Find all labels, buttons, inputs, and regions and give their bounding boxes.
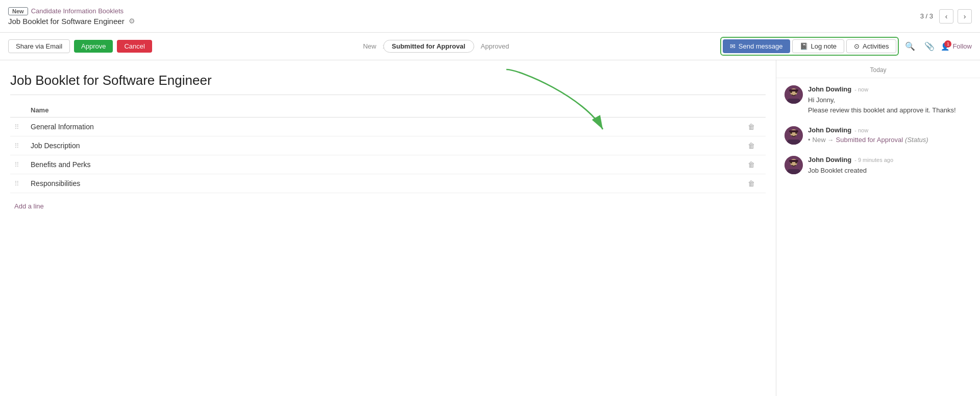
avatar	[785, 126, 803, 145]
row-name: Responsibilities	[31, 179, 741, 188]
title-bar-right: 3 / 3 ‹ ›	[920, 9, 972, 24]
log-note-button[interactable]: 📓 Log note	[792, 39, 845, 53]
svg-rect-5	[789, 89, 798, 91]
row-name: Job Description	[31, 142, 741, 150]
drag-handle[interactable]: ⠿	[14, 180, 31, 188]
activities-label: Activities	[863, 42, 889, 50]
chatter-buttons-highlight: ✉ Send message 📓 Log note ⊙ Activities	[720, 37, 899, 56]
record-title: Job Booklet for Software Engineer	[8, 17, 125, 26]
message-item: John Dowling - 9 minutes ago Job Booklet…	[776, 149, 980, 180]
drag-handle[interactable]: ⠿	[14, 123, 31, 131]
action-bar: Share via Email Approve Cancel New › Sub…	[0, 33, 980, 60]
delete-icon[interactable]: 🗑	[741, 160, 762, 169]
status-arrow-icon: →	[828, 136, 834, 144]
status-new: New	[355, 40, 384, 52]
avatar	[785, 156, 803, 174]
message-content: John Dowling - now • New → Submitted for…	[808, 126, 972, 145]
breadcrumb-row: New Candidate Information Booklets	[8, 7, 135, 15]
status-approved: Approved	[473, 40, 518, 52]
table-row: ⠿ Job Description 🗑	[10, 136, 766, 155]
status-submitted: Submitted for Approval	[383, 40, 474, 53]
avatar	[785, 85, 803, 104]
table-row: ⠿ General Information 🗑	[10, 118, 766, 136]
title-bar: New Candidate Information Booklets Job B…	[0, 0, 980, 33]
document-title: Job Booklet for Software Engineer	[10, 73, 766, 95]
envelope-icon: ✉	[730, 42, 736, 50]
header-name-col: Name	[31, 106, 741, 114]
delete-icon[interactable]: 🗑	[741, 179, 762, 188]
message-header: John Dowling - now	[808, 126, 972, 134]
chatter-panel: Today John Dowling	[776, 60, 980, 396]
message-content: John Dowling - now Hi Jonny,Please revie…	[808, 85, 972, 115]
breadcrumb-link[interactable]: Candidate Information Booklets	[31, 7, 124, 15]
message-time: - now	[854, 127, 868, 133]
app-container: New Candidate Information Booklets Job B…	[0, 0, 980, 396]
status-change: • New → Submitted for Approval (Status)	[808, 136, 972, 144]
share-via-email-button[interactable]: Share via Email	[8, 39, 70, 53]
message-time: - 9 minutes ago	[854, 157, 893, 163]
user-badge[interactable]: 👤 1	[941, 42, 949, 51]
message-item: John Dowling - now Hi Jonny,Please revie…	[776, 78, 980, 119]
table-row: ⠿ Benefits and Perks 🗑	[10, 155, 766, 174]
log-note-label: Log note	[811, 42, 837, 50]
record-title-row: Job Booklet for Software Engineer ⚙	[8, 17, 135, 26]
next-button[interactable]: ›	[958, 9, 972, 24]
bullet-icon: •	[808, 136, 811, 144]
message-item: John Dowling - now • New → Submitted for…	[776, 119, 980, 149]
drag-handle[interactable]: ⠿	[14, 142, 31, 150]
svg-rect-2	[787, 99, 800, 104]
message-header: John Dowling - now	[808, 85, 972, 93]
chatter-date-header: Today	[776, 60, 980, 78]
message-author: John Dowling	[808, 85, 851, 93]
prev-button[interactable]: ‹	[939, 9, 953, 24]
action-bar-right: ✉ Send message 📓 Log note ⊙ Activities 🔍…	[720, 37, 972, 56]
svg-rect-17	[789, 160, 798, 162]
activities-button[interactable]: ⊙ Activities	[846, 39, 896, 53]
status-field-label: (Status)	[905, 136, 928, 144]
clock-icon: ⊙	[854, 42, 860, 50]
table-section: Name ⠿ General Information 🗑 ⠿ Job Descr…	[10, 103, 766, 214]
svg-rect-14	[787, 169, 800, 174]
delete-icon[interactable]: 🗑	[741, 123, 762, 131]
drag-handle[interactable]: ⠿	[14, 161, 31, 169]
action-bar-left: Share via Email Approve Cancel	[8, 39, 152, 53]
message-author: John Dowling	[808, 126, 851, 134]
message-content: John Dowling - 9 minutes ago Job Booklet…	[808, 156, 972, 176]
main-content: Job Booklet for Software Engineer Name ⠿…	[0, 60, 980, 396]
status-old: New	[813, 136, 826, 144]
status-new-value: Submitted for Approval	[836, 136, 903, 144]
message-time: - now	[854, 86, 868, 92]
svg-rect-11	[789, 130, 798, 132]
add-line-button[interactable]: Add a line	[10, 198, 48, 214]
send-message-button[interactable]: ✉ Send message	[723, 39, 790, 53]
table-header: Name	[10, 103, 766, 118]
row-name: Benefits and Perks	[31, 160, 741, 169]
approve-button[interactable]: Approve	[74, 40, 113, 53]
status-bar: New › Submitted for Approval › Approved	[355, 40, 517, 53]
status-badge: New	[8, 7, 28, 15]
table-row: ⠿ Responsibilities 🗑	[10, 174, 766, 193]
cancel-button[interactable]: Cancel	[117, 40, 152, 53]
send-message-label: Send message	[739, 42, 783, 50]
title-bar-left: New Candidate Information Booklets Job B…	[8, 7, 135, 26]
svg-rect-8	[787, 139, 800, 145]
search-icon[interactable]: 🔍	[902, 39, 918, 53]
user-count: 1	[944, 40, 951, 48]
row-name: General Information	[31, 123, 741, 131]
message-text: Job Booklet created	[808, 166, 972, 176]
paperclip-icon[interactable]: 📎	[921, 39, 938, 53]
follow-button[interactable]: Follow	[952, 42, 972, 50]
gear-icon[interactable]: ⚙	[129, 17, 135, 25]
message-header: John Dowling - 9 minutes ago	[808, 156, 972, 164]
delete-icon[interactable]: 🗑	[741, 142, 762, 150]
message-author: John Dowling	[808, 156, 851, 164]
message-text: Hi Jonny,Please review this booklet and …	[808, 95, 972, 115]
notebook-icon: 📓	[800, 42, 808, 50]
form-area: Job Booklet for Software Engineer Name ⠿…	[0, 60, 776, 396]
pagination: 3 / 3	[920, 12, 933, 20]
